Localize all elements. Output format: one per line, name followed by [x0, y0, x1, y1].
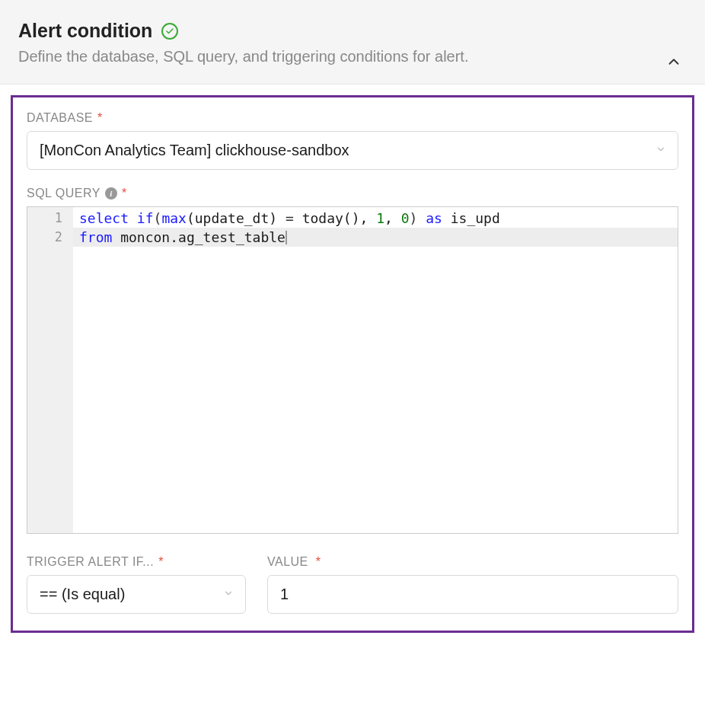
- bottom-fields-row: TRIGGER ALERT IF... * VALUE *: [27, 555, 678, 614]
- required-indicator: *: [316, 555, 321, 569]
- sql-field-group: SQL QUERY i * 12 select if(max(update_dt…: [27, 187, 678, 534]
- section-header: Alert condition Define the database, SQL…: [0, 0, 705, 85]
- database-select-wrapper: [27, 131, 678, 170]
- section-subtitle: Define the database, SQL query, and trig…: [18, 48, 687, 65]
- code-body[interactable]: select if(max(update_dt) = today(), 1, 0…: [73, 207, 678, 533]
- database-field-group: DATABASE *: [27, 111, 678, 170]
- chevron-up-icon: [665, 53, 682, 70]
- header-title-row: Alert condition: [18, 20, 687, 42]
- info-icon[interactable]: i: [105, 187, 117, 200]
- collapse-button[interactable]: [662, 50, 685, 75]
- code-gutter: 12: [27, 207, 73, 533]
- value-input[interactable]: [267, 575, 678, 614]
- trigger-label-text: TRIGGER ALERT IF...: [27, 555, 154, 569]
- section-title: Alert condition: [18, 20, 152, 42]
- value-label-text: VALUE: [267, 555, 308, 569]
- check-circle-icon: [161, 23, 178, 40]
- trigger-select-wrapper: [27, 575, 246, 614]
- sql-label: SQL QUERY i *: [27, 187, 678, 200]
- required-indicator: *: [97, 111, 103, 125]
- value-label: VALUE *: [267, 555, 678, 569]
- required-indicator: *: [158, 555, 164, 569]
- trigger-field-group: TRIGGER ALERT IF... *: [27, 555, 246, 614]
- sql-code-editor[interactable]: 12 select if(max(update_dt) = today(), 1…: [27, 206, 678, 534]
- trigger-select[interactable]: [27, 575, 246, 614]
- content-wrapper: DATABASE * SQL QUERY i * 12 select if(ma…: [0, 85, 705, 643]
- database-select[interactable]: [27, 131, 678, 170]
- highlighted-config-box: DATABASE * SQL QUERY i * 12 select if(ma…: [11, 95, 694, 633]
- database-label-text: DATABASE: [27, 111, 93, 125]
- required-indicator: *: [122, 187, 127, 200]
- trigger-label: TRIGGER ALERT IF... *: [27, 555, 246, 569]
- value-field-group: VALUE *: [267, 555, 678, 614]
- database-label: DATABASE *: [27, 111, 678, 125]
- sql-label-text: SQL QUERY: [27, 187, 100, 200]
